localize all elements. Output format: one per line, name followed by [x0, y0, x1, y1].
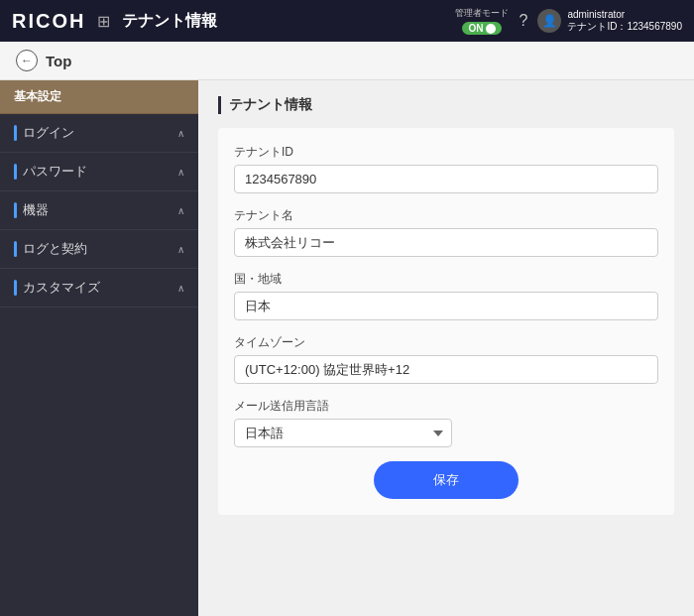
toggle-on-label: ON [468, 23, 483, 34]
sidebar-label-customize: カスタマイズ [23, 279, 100, 297]
chevron-devices: ∧ [177, 205, 184, 216]
sidebar-border-logs [14, 241, 17, 257]
content-area: テナント情報 テナントID テナント名 国・地域 タイムゾーン メール送信用言語 [198, 80, 694, 616]
breadcrumb-top: Top [46, 53, 71, 69]
back-button[interactable]: ← [16, 50, 38, 71]
sidebar-border-password [14, 164, 17, 180]
country-input[interactable] [234, 292, 658, 320]
tenant-name-input[interactable] [234, 228, 658, 257]
sidebar-item-customize[interactable]: カスタマイズ ∧ [0, 269, 198, 308]
ricoh-logo: RICOH [12, 10, 85, 33]
mail-lang-label: メール送信用言語 [234, 398, 658, 415]
tenant-id-input[interactable] [234, 165, 658, 193]
sidebar-item-password[interactable]: パスワード ∧ [0, 153, 198, 191]
save-button[interactable]: 保存 [374, 461, 519, 499]
header-title: テナント情報 [122, 11, 217, 32]
admin-mode-label: 管理者モード [455, 7, 509, 20]
sidebar-item-logs[interactable]: ログと契約 ∧ [0, 230, 198, 269]
sidebar-section-header: 基本設定 [0, 80, 198, 114]
tenant-id-info: テナントID：1234567890 [567, 20, 682, 34]
admin-mode-toggle[interactable]: ON [462, 22, 502, 35]
header: RICOH ⊞ テナント情報 管理者モード ON ? 👤 administrat… [0, 0, 694, 42]
user-info: 👤 administrator テナントID：1234567890 [537, 9, 682, 34]
timezone-label: タイムゾーン [234, 334, 658, 351]
mail-lang-select[interactable]: 日本語 English [234, 419, 452, 447]
chevron-customize: ∧ [177, 283, 184, 294]
sidebar-label-logs: ログと契約 [23, 240, 87, 258]
breadcrumb-bar: ← Top [0, 42, 694, 80]
sidebar-item-devices-left: 機器 [14, 201, 49, 219]
main-layout: 基本設定 ログイン ∧ パスワード ∧ 機器 ∧ ロ [0, 80, 694, 616]
sidebar-label-password: パスワード [23, 163, 87, 181]
chevron-logs: ∧ [177, 244, 184, 255]
sidebar-label-login: ログイン [23, 124, 74, 142]
form-group-tenant-id: テナントID [234, 144, 658, 193]
help-icon[interactable]: ? [519, 12, 527, 30]
sidebar-label-devices: 機器 [23, 201, 49, 219]
form-group-mail-lang: メール送信用言語 日本語 English [234, 398, 658, 447]
sidebar-border-login [14, 125, 17, 141]
admin-mode-box: 管理者モード ON [455, 7, 509, 35]
sidebar: 基本設定 ログイン ∧ パスワード ∧ 機器 ∧ ロ [0, 80, 198, 616]
header-right: 管理者モード ON ? 👤 administrator テナントID：12345… [455, 7, 682, 35]
form-group-country: 国・地域 [234, 271, 658, 320]
form-group-tenant-name: テナント名 [234, 207, 658, 257]
sidebar-border-devices [14, 202, 17, 218]
sidebar-item-devices[interactable]: 機器 ∧ [0, 191, 198, 230]
back-arrow-icon: ← [21, 55, 33, 66]
user-name: administrator [567, 9, 682, 20]
sidebar-item-login[interactable]: ログイン ∧ [0, 114, 198, 153]
toggle-circle [486, 24, 496, 34]
chevron-login: ∧ [177, 128, 184, 139]
sidebar-item-password-left: パスワード [14, 163, 87, 181]
country-label: 国・地域 [234, 271, 658, 288]
sidebar-item-logs-left: ログと契約 [14, 240, 87, 258]
chevron-password: ∧ [177, 167, 184, 178]
form-section: テナントID テナント名 国・地域 タイムゾーン メール送信用言語 日本語 En… [218, 128, 674, 515]
tenant-name-label: テナント名 [234, 207, 658, 224]
user-text: administrator テナントID：1234567890 [567, 9, 682, 34]
page-title: テナント情報 [218, 96, 674, 114]
sidebar-item-customize-left: カスタマイズ [14, 279, 100, 297]
form-group-timezone: タイムゾーン [234, 334, 658, 384]
grid-icon[interactable]: ⊞ [97, 12, 110, 31]
timezone-input[interactable] [234, 355, 658, 384]
sidebar-item-login-left: ログイン [14, 124, 74, 142]
sidebar-border-customize [14, 280, 17, 296]
user-avatar: 👤 [537, 9, 561, 33]
header-left: RICOH ⊞ テナント情報 [12, 10, 217, 33]
tenant-id-label: テナントID [234, 144, 658, 161]
